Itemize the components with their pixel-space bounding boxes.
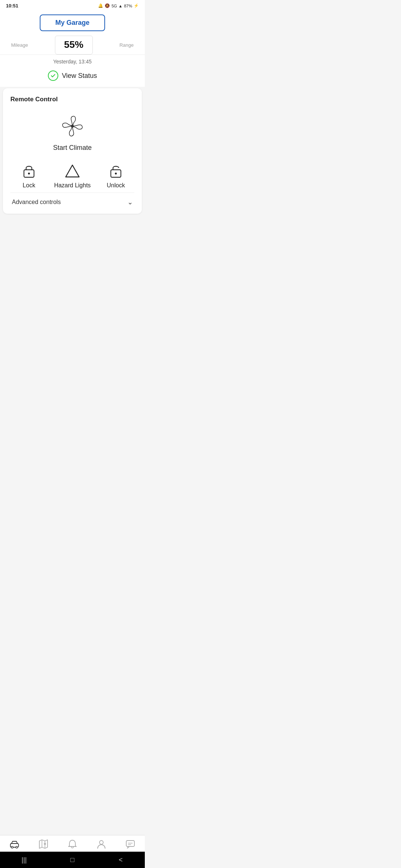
hazard-icon (64, 163, 81, 179)
lock-icon (21, 163, 37, 179)
advanced-label: Advanced controls (12, 199, 61, 206)
remote-control-title: Remote Control (10, 96, 134, 103)
battery-percent-value: 55% (64, 39, 84, 50)
status-icons: 🔔 🔕 5G ▲ 87% ⚡ (98, 3, 139, 8)
hazard-label: Hazard Lights (54, 182, 91, 189)
lock-button[interactable]: Lock (14, 163, 44, 189)
status-time: 10:51 (6, 3, 18, 9)
svg-point-5 (115, 172, 117, 174)
my-garage-button[interactable]: My Garage (40, 14, 105, 31)
view-status-row[interactable]: View Status (0, 68, 145, 87)
start-climate-section[interactable]: Start Climate (10, 114, 134, 152)
remote-control-card: Remote Control Start Climate Lock (3, 88, 142, 214)
view-status-label: View Status (62, 72, 97, 80)
svg-marker-3 (66, 165, 79, 177)
range-label: Range (120, 37, 134, 48)
header: My Garage (0, 10, 145, 37)
mute-icon: 🔕 (105, 3, 110, 8)
controls-row: Lock Hazard Lights Unlock (10, 163, 134, 189)
fan-icon (61, 114, 84, 138)
signal-icon: ▲ (118, 4, 123, 8)
unlock-label: Unlock (107, 182, 125, 189)
battery-section: Mileage 55% Range (0, 37, 145, 55)
climate-label: Start Climate (53, 144, 92, 152)
battery-percent: 87% (124, 4, 132, 8)
timestamp: Yesterday, 13:45 (0, 55, 145, 68)
chevron-down-icon: ⌄ (127, 198, 133, 206)
hazard-button[interactable]: Hazard Lights (54, 163, 91, 189)
unlock-icon (108, 163, 124, 179)
advanced-controls-row[interactable]: Advanced controls ⌄ (10, 193, 134, 208)
charging-icon: ⚡ (134, 3, 139, 8)
battery-icon: 🔔 (98, 3, 103, 8)
network-icon: 5G (111, 4, 117, 8)
lock-label: Lock (23, 182, 35, 189)
svg-point-2 (28, 172, 30, 174)
status-bar: 10:51 🔔 🔕 5G ▲ 87% ⚡ (0, 0, 145, 10)
battery-display: 55% (55, 36, 93, 55)
unlock-button[interactable]: Unlock (101, 163, 131, 189)
status-check-icon (48, 70, 58, 81)
mileage-label: Mileage (11, 37, 28, 48)
